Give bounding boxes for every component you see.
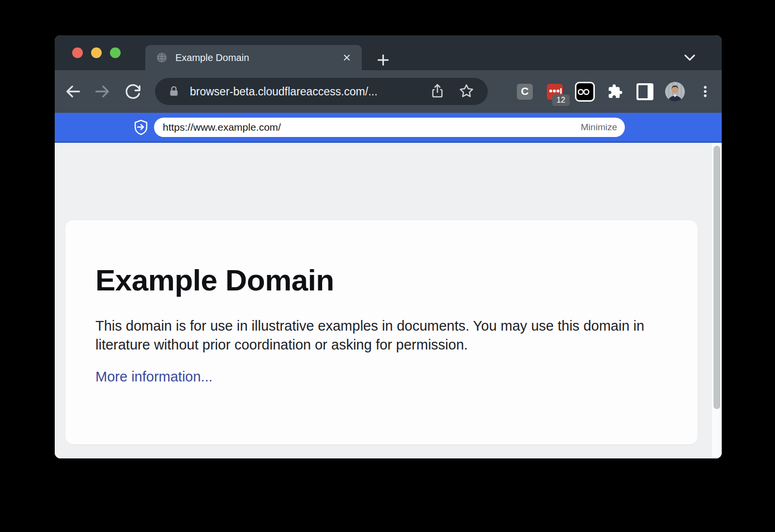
lock-icon[interactable] bbox=[168, 85, 180, 98]
share-icon[interactable] bbox=[430, 83, 446, 100]
extension-c-icon[interactable]: C bbox=[515, 82, 535, 102]
page-body-text: This domain is for use in illustrative e… bbox=[95, 317, 652, 354]
profile-avatar[interactable] bbox=[665, 82, 685, 102]
back-button[interactable] bbox=[62, 81, 83, 102]
forward-button[interactable] bbox=[92, 81, 113, 102]
isolated-url-bar[interactable]: https://www.example.com/ Minimize bbox=[154, 118, 625, 137]
extensions-row: C 12 bbox=[515, 70, 715, 113]
scrollbar-track[interactable] bbox=[712, 143, 722, 458]
shield-arrow-icon bbox=[134, 119, 148, 136]
reload-button[interactable] bbox=[122, 81, 143, 102]
browser-tab[interactable]: Example Domain bbox=[145, 45, 362, 70]
address-url-text[interactable]: browser-beta.cloudflareaccess.com/... bbox=[190, 85, 430, 98]
close-window-button[interactable] bbox=[72, 47, 83, 58]
globe-favicon-icon bbox=[156, 52, 168, 63]
extensions-puzzle-icon[interactable] bbox=[605, 82, 625, 102]
goggles-extension-icon[interactable] bbox=[575, 82, 595, 102]
browser-toolbar: browser-beta.cloudflareaccess.com/... C bbox=[55, 70, 722, 113]
side-panel-icon[interactable] bbox=[635, 82, 655, 102]
address-bar[interactable]: browser-beta.cloudflareaccess.com/... bbox=[155, 78, 488, 105]
title-bar: Example Domain bbox=[55, 35, 722, 70]
browser-window: Example Domain bbox=[55, 35, 722, 458]
tab-close-icon[interactable] bbox=[341, 52, 352, 63]
isolation-bar: https://www.example.com/ Minimize bbox=[55, 113, 722, 143]
password-manager-extension-icon[interactable]: 12 bbox=[545, 82, 565, 102]
tab-title: Example Domain bbox=[175, 52, 341, 63]
minimize-button[interactable]: Minimize bbox=[581, 122, 617, 133]
more-information-link[interactable]: More information... bbox=[95, 369, 213, 385]
scrollbar-thumb[interactable] bbox=[713, 146, 720, 409]
new-tab-button[interactable] bbox=[374, 51, 392, 69]
extension-badge: 12 bbox=[552, 94, 570, 106]
chevron-down-icon[interactable] bbox=[683, 53, 697, 63]
bookmark-star-icon[interactable] bbox=[459, 83, 475, 100]
minimize-window-button[interactable] bbox=[91, 47, 102, 58]
isolated-url-text[interactable]: https://www.example.com/ bbox=[163, 122, 581, 133]
content-card: Example Domain This domain is for use in… bbox=[65, 220, 698, 444]
traffic-lights bbox=[72, 47, 121, 58]
zoom-window-button[interactable] bbox=[110, 47, 121, 58]
menu-kebab-icon[interactable] bbox=[695, 82, 715, 102]
page-title: Example Domain bbox=[95, 263, 668, 297]
page-viewport: Example Domain This domain is for use in… bbox=[55, 143, 722, 458]
